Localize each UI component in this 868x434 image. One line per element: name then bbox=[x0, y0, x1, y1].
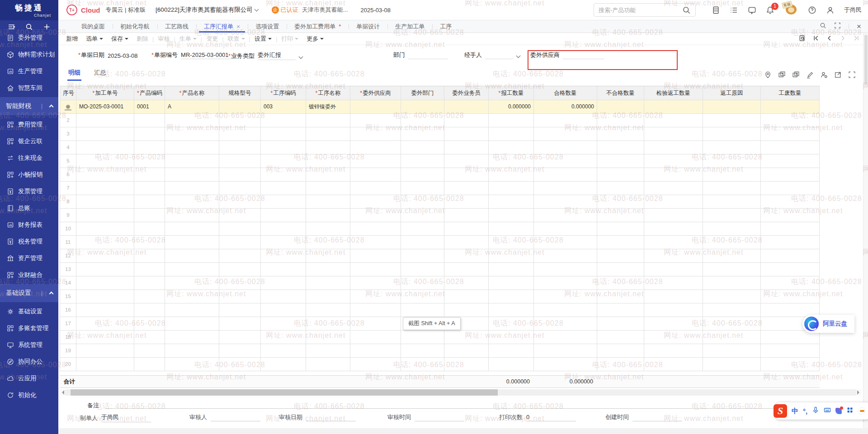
export-icon[interactable] bbox=[834, 71, 842, 80]
next-record-icon[interactable] bbox=[840, 35, 846, 43]
company-selector[interactable]: [600222]天津市奥其蓄能器有限公司 bbox=[156, 6, 258, 14]
last-record-icon[interactable] bbox=[853, 35, 860, 43]
row-number[interactable]: 12 bbox=[60, 249, 76, 263]
grid-row-9[interactable]: 9 bbox=[60, 209, 820, 222]
aliyun-drive-button[interactable]: 阿里云盘 bbox=[802, 315, 854, 333]
tab-我的桌面[interactable]: 我的桌面 bbox=[74, 20, 113, 33]
toolbar-审核-button[interactable]: 审核 bbox=[154, 35, 174, 43]
row-number[interactable]: 9 bbox=[60, 209, 76, 222]
grid-row-3[interactable]: 3 bbox=[60, 127, 820, 141]
row-number[interactable]: 17 bbox=[60, 317, 76, 331]
column-header-不合格数量[interactable]: 不合格数量 bbox=[597, 86, 644, 100]
field-部门-input[interactable] bbox=[408, 51, 448, 59]
row-number[interactable]: 14 bbox=[60, 276, 76, 290]
collapse-icon[interactable] bbox=[49, 292, 54, 296]
ime-skin-icon[interactable] bbox=[835, 408, 842, 414]
grid-row-16[interactable]: 16 bbox=[60, 303, 820, 317]
tab-单据设计[interactable]: 单据设计 bbox=[349, 20, 387, 33]
grid-row-7[interactable]: 7 bbox=[60, 182, 820, 195]
column-header-检验返工数量[interactable]: 检验返工数量 bbox=[644, 86, 703, 100]
sidebar-item-业财融合[interactable]: 业财融合 bbox=[0, 266, 58, 283]
tab-选项设置[interactable]: 选项设置 bbox=[248, 20, 287, 33]
scroll-left-arrow[interactable] bbox=[60, 390, 64, 395]
ime-lang-toggle[interactable]: 中 bbox=[792, 407, 798, 415]
row-number[interactable]: 16 bbox=[60, 303, 76, 317]
batch-edit-icon[interactable] bbox=[806, 71, 814, 80]
emoji-icon[interactable] bbox=[858, 407, 865, 415]
column-header-委外业务员[interactable]: 委外业务员 bbox=[444, 86, 489, 100]
prev-record-icon[interactable] bbox=[826, 35, 833, 43]
sidebar-item-协同办公[interactable]: 协同办公 bbox=[0, 353, 58, 370]
tab-工艺路线[interactable]: 工艺路线 bbox=[157, 20, 196, 33]
row-number[interactable]: 2 bbox=[60, 114, 76, 127]
toolbar-打印-button[interactable]: 打印 bbox=[277, 35, 302, 43]
row-number[interactable]: 10 bbox=[60, 222, 76, 236]
toolbar-联查-button[interactable]: 联查 bbox=[224, 35, 249, 43]
grid-row-18[interactable]: 18 bbox=[60, 331, 820, 344]
assign-icon[interactable] bbox=[820, 71, 828, 80]
column-header-返工原因[interactable]: 返工原因 bbox=[703, 86, 761, 100]
grid-row-20[interactable]: 20 bbox=[60, 358, 820, 371]
row-number[interactable]: 20 bbox=[60, 358, 76, 371]
row-settings-icon[interactable] bbox=[65, 103, 71, 110]
toolbar-删除-button[interactable]: 删除 bbox=[132, 35, 152, 43]
column-header-产品编码[interactable]: *产品编码 bbox=[134, 86, 165, 100]
grid-row-5[interactable]: 5 bbox=[60, 154, 820, 168]
column-header-序号[interactable]: 序号 bbox=[60, 86, 76, 100]
bell-icon[interactable]: 1 bbox=[766, 6, 774, 14]
sidebar-section-基础设置[interactable]: 基础设置| bbox=[0, 284, 58, 302]
sidebar-item-发票管理[interactable]: 发票管理 bbox=[0, 183, 58, 200]
locate-icon[interactable] bbox=[764, 71, 772, 80]
column-header-报工数量[interactable]: *报工数量 bbox=[489, 86, 534, 100]
tab-委外加工费用单[interactable]: 委外加工费用单* bbox=[287, 20, 349, 33]
column-header-工废数量[interactable]: 工废数量 bbox=[761, 86, 820, 100]
grid-row-14[interactable]: 14 bbox=[60, 276, 820, 290]
column-header-工序编码[interactable]: *工序编码 bbox=[261, 86, 306, 100]
field-业务类型-input[interactable]: 委外汇报 bbox=[258, 51, 296, 60]
column-header-合格数量[interactable]: 合格数量 bbox=[534, 86, 597, 100]
grid-row-10[interactable]: 10 bbox=[60, 222, 820, 236]
subtab-汇总[interactable]: 汇总 bbox=[93, 68, 107, 79]
column-header-工序名称[interactable]: *工序名称 bbox=[306, 86, 350, 100]
delete-row-icon[interactable] bbox=[792, 71, 800, 80]
tab-工序[interactable]: 工序 bbox=[432, 20, 459, 33]
grid-row-4[interactable]: 4 bbox=[60, 141, 820, 154]
tab-生产加工单[interactable]: 生产加工单 bbox=[387, 20, 432, 33]
sidebar-add-icon[interactable] bbox=[43, 23, 51, 33]
close-icon[interactable]: × bbox=[857, 22, 861, 31]
grid-row-1[interactable]: MO-2025-03-00010001A003镀锌镍委外0.0000000.00… bbox=[60, 100, 820, 114]
sidebar-item-往来现金[interactable]: 往来现金 bbox=[0, 149, 58, 166]
tab-工序汇报单[interactable]: 工序汇报单× bbox=[196, 20, 248, 33]
column-header-委外部门[interactable]: 委外部门 bbox=[401, 86, 444, 100]
row-number[interactable]: 13 bbox=[60, 263, 76, 276]
row-number[interactable]: 11 bbox=[60, 236, 76, 249]
message-icon[interactable] bbox=[748, 6, 756, 14]
sidebar-item-银企云联[interactable]: 银企云联 bbox=[0, 133, 58, 149]
sidebar-item-税务管理[interactable]: 税务管理 bbox=[0, 233, 58, 250]
field-经手人-input[interactable] bbox=[485, 51, 513, 59]
toolbar-新增-button[interactable]: 新增 bbox=[62, 35, 82, 43]
mic-icon[interactable] bbox=[812, 406, 819, 415]
tab-search-icon[interactable] bbox=[820, 22, 826, 31]
sidebar-item-资产管理[interactable]: 资产管理 bbox=[0, 250, 58, 266]
horizontal-scrollbar[interactable] bbox=[60, 389, 862, 396]
toolbar-保存-button[interactable]: 保存 bbox=[107, 35, 132, 43]
sidebar-section-智能财税[interactable]: 智能财税| bbox=[0, 97, 58, 115]
tab-初始化导航[interactable]: 初始化导航 bbox=[113, 20, 157, 33]
sidebar-item-费用管理[interactable]: 费用管理 bbox=[0, 116, 58, 133]
sidebar-item-多账套管理[interactable]: 多账套管理 bbox=[0, 320, 58, 336]
field-单据日期-input[interactable]: 2025-03-08 bbox=[108, 52, 146, 59]
vertical-scrollbar[interactable] bbox=[863, 33, 868, 428]
sogou-logo[interactable]: S bbox=[774, 404, 787, 418]
sidebar-item-系统管理[interactable]: 系统管理 bbox=[0, 336, 58, 353]
row-number[interactable]: 15 bbox=[60, 290, 76, 303]
grid-row-11[interactable]: 11 bbox=[60, 236, 820, 249]
row-number[interactable]: 19 bbox=[60, 344, 76, 358]
sidebar-item-总账[interactable]: 总账 bbox=[0, 200, 58, 216]
row-number[interactable]: 6 bbox=[60, 168, 76, 182]
menu-hamburger-icon[interactable] bbox=[8, 23, 15, 33]
expand-icon[interactable] bbox=[848, 71, 856, 80]
row-number[interactable]: 8 bbox=[60, 195, 76, 209]
row-number[interactable]: 3 bbox=[60, 127, 76, 141]
keyboard-icon[interactable] bbox=[824, 406, 831, 415]
